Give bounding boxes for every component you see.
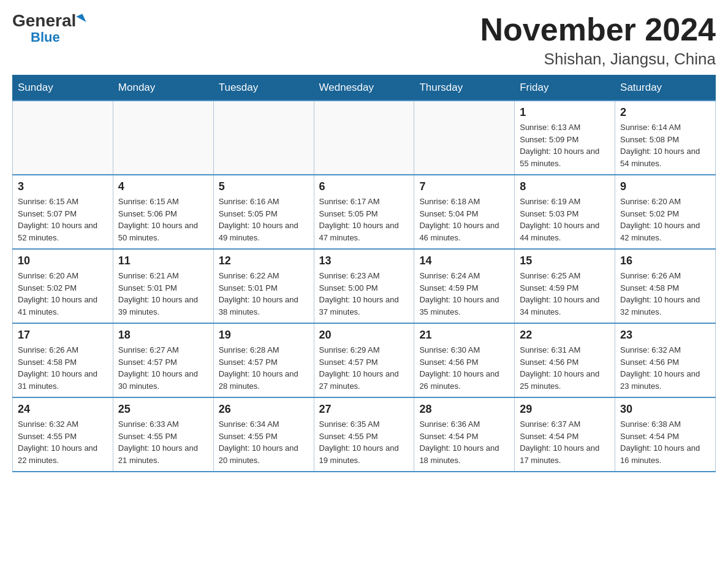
calendar-cell xyxy=(213,101,314,175)
weekday-header-saturday: Saturday xyxy=(615,75,716,101)
calendar-cell: 18Sunrise: 6:27 AMSunset: 4:57 PMDayligh… xyxy=(113,323,213,397)
calendar-week-row: 3Sunrise: 6:15 AMSunset: 5:07 PMDaylight… xyxy=(13,175,716,249)
day-info: Sunrise: 6:16 AMSunset: 5:05 PMDaylight:… xyxy=(219,196,309,243)
day-number: 3 xyxy=(18,180,108,193)
logo-blue-text: Blue xyxy=(31,29,60,45)
calendar-cell: 23Sunrise: 6:32 AMSunset: 4:56 PMDayligh… xyxy=(615,323,716,397)
day-info: Sunrise: 6:25 AMSunset: 4:59 PMDaylight:… xyxy=(520,270,610,318)
calendar-header-row: SundayMondayTuesdayWednesdayThursdayFrid… xyxy=(13,75,716,101)
day-info: Sunrise: 6:32 AMSunset: 4:55 PMDaylight:… xyxy=(18,418,108,466)
day-number: 30 xyxy=(620,403,710,416)
day-number: 25 xyxy=(118,403,208,416)
day-number: 28 xyxy=(419,403,509,416)
calendar-cell: 30Sunrise: 6:38 AMSunset: 4:54 PMDayligh… xyxy=(615,397,716,472)
day-info: Sunrise: 6:33 AMSunset: 4:55 PMDaylight:… xyxy=(118,418,208,466)
day-info: Sunrise: 6:14 AMSunset: 5:08 PMDaylight:… xyxy=(620,121,710,169)
day-info: Sunrise: 6:26 AMSunset: 4:58 PMDaylight:… xyxy=(18,344,108,392)
day-number: 27 xyxy=(319,403,409,416)
day-number: 8 xyxy=(520,180,610,193)
page-header: General Blue November 2024 Shishan, Jian… xyxy=(12,12,716,69)
day-number: 29 xyxy=(520,403,610,416)
day-info: Sunrise: 6:32 AMSunset: 4:56 PMDaylight:… xyxy=(620,344,710,392)
calendar-cell: 22Sunrise: 6:31 AMSunset: 4:56 PMDayligh… xyxy=(515,323,615,397)
location-title: Shishan, Jiangsu, China xyxy=(480,50,716,69)
day-number: 26 xyxy=(219,403,309,416)
day-info: Sunrise: 6:19 AMSunset: 5:03 PMDaylight:… xyxy=(520,196,610,243)
calendar-cell: 14Sunrise: 6:24 AMSunset: 4:59 PMDayligh… xyxy=(414,249,515,323)
weekday-header-tuesday: Tuesday xyxy=(213,75,314,101)
calendar-cell: 20Sunrise: 6:29 AMSunset: 4:57 PMDayligh… xyxy=(314,323,414,397)
calendar-cell: 2Sunrise: 6:14 AMSunset: 5:08 PMDaylight… xyxy=(615,101,716,175)
calendar-cell: 13Sunrise: 6:23 AMSunset: 5:00 PMDayligh… xyxy=(314,249,414,323)
calendar-cell: 15Sunrise: 6:25 AMSunset: 4:59 PMDayligh… xyxy=(515,249,615,323)
day-number: 5 xyxy=(219,180,309,193)
calendar-cell: 7Sunrise: 6:18 AMSunset: 5:04 PMDaylight… xyxy=(414,175,515,249)
day-number: 12 xyxy=(219,255,309,267)
calendar-cell: 27Sunrise: 6:35 AMSunset: 4:55 PMDayligh… xyxy=(314,397,414,472)
day-number: 20 xyxy=(319,329,409,342)
day-number: 2 xyxy=(620,106,710,119)
weekday-header-wednesday: Wednesday xyxy=(314,75,414,101)
calendar-cell xyxy=(414,101,515,175)
day-number: 24 xyxy=(18,403,108,416)
day-number: 19 xyxy=(219,329,309,342)
calendar-cell: 6Sunrise: 6:17 AMSunset: 5:05 PMDaylight… xyxy=(314,175,414,249)
calendar-cell: 11Sunrise: 6:21 AMSunset: 5:01 PMDayligh… xyxy=(113,249,213,323)
calendar-cell: 16Sunrise: 6:26 AMSunset: 4:58 PMDayligh… xyxy=(615,249,716,323)
day-info: Sunrise: 6:17 AMSunset: 5:05 PMDaylight:… xyxy=(319,196,409,243)
calendar-cell: 5Sunrise: 6:16 AMSunset: 5:05 PMDaylight… xyxy=(213,175,314,249)
weekday-header-friday: Friday xyxy=(515,75,615,101)
day-info: Sunrise: 6:27 AMSunset: 4:57 PMDaylight:… xyxy=(118,344,208,392)
calendar-cell: 3Sunrise: 6:15 AMSunset: 5:07 PMDaylight… xyxy=(13,175,113,249)
calendar-cell xyxy=(113,101,213,175)
weekday-header-sunday: Sunday xyxy=(13,75,113,101)
calendar-cell xyxy=(13,101,113,175)
logo-triangle-icon xyxy=(77,13,86,25)
calendar-cell: 28Sunrise: 6:36 AMSunset: 4:54 PMDayligh… xyxy=(414,397,515,472)
calendar-week-row: 1Sunrise: 6:13 AMSunset: 5:09 PMDaylight… xyxy=(13,101,716,175)
day-info: Sunrise: 6:29 AMSunset: 4:57 PMDaylight:… xyxy=(319,344,409,392)
day-number: 22 xyxy=(520,329,610,342)
day-info: Sunrise: 6:36 AMSunset: 4:54 PMDaylight:… xyxy=(419,418,509,466)
calendar-cell: 19Sunrise: 6:28 AMSunset: 4:57 PMDayligh… xyxy=(213,323,314,397)
day-number: 23 xyxy=(620,329,710,342)
calendar-cell: 12Sunrise: 6:22 AMSunset: 5:01 PMDayligh… xyxy=(213,249,314,323)
day-number: 18 xyxy=(118,329,208,342)
day-info: Sunrise: 6:35 AMSunset: 4:55 PMDaylight:… xyxy=(319,418,409,466)
calendar-cell: 24Sunrise: 6:32 AMSunset: 4:55 PMDayligh… xyxy=(13,397,113,472)
calendar-cell: 21Sunrise: 6:30 AMSunset: 4:56 PMDayligh… xyxy=(414,323,515,397)
day-info: Sunrise: 6:38 AMSunset: 4:54 PMDaylight:… xyxy=(620,418,710,466)
logo: General Blue xyxy=(12,12,85,45)
day-info: Sunrise: 6:22 AMSunset: 5:01 PMDaylight:… xyxy=(219,270,309,318)
calendar-cell: 4Sunrise: 6:15 AMSunset: 5:06 PMDaylight… xyxy=(113,175,213,249)
calendar-week-row: 10Sunrise: 6:20 AMSunset: 5:02 PMDayligh… xyxy=(13,249,716,323)
calendar-cell: 25Sunrise: 6:33 AMSunset: 4:55 PMDayligh… xyxy=(113,397,213,472)
day-info: Sunrise: 6:21 AMSunset: 5:01 PMDaylight:… xyxy=(118,270,208,318)
day-info: Sunrise: 6:15 AMSunset: 5:06 PMDaylight:… xyxy=(118,196,208,243)
day-number: 15 xyxy=(520,255,610,267)
month-title: November 2024 xyxy=(480,12,716,47)
calendar-cell: 1Sunrise: 6:13 AMSunset: 5:09 PMDaylight… xyxy=(515,101,615,175)
day-number: 17 xyxy=(18,329,108,342)
day-info: Sunrise: 6:26 AMSunset: 4:58 PMDaylight:… xyxy=(620,270,710,318)
title-section: November 2024 Shishan, Jiangsu, China xyxy=(480,12,716,69)
day-number: 1 xyxy=(520,106,610,119)
day-number: 6 xyxy=(319,180,409,193)
day-number: 4 xyxy=(118,180,208,193)
logo-general-text: General xyxy=(12,12,76,29)
day-info: Sunrise: 6:20 AMSunset: 5:02 PMDaylight:… xyxy=(18,270,108,318)
day-info: Sunrise: 6:28 AMSunset: 4:57 PMDaylight:… xyxy=(219,344,309,392)
day-info: Sunrise: 6:24 AMSunset: 4:59 PMDaylight:… xyxy=(419,270,509,318)
calendar-cell xyxy=(314,101,414,175)
day-number: 11 xyxy=(118,255,208,267)
calendar-week-row: 17Sunrise: 6:26 AMSunset: 4:58 PMDayligh… xyxy=(13,323,716,397)
calendar-cell: 26Sunrise: 6:34 AMSunset: 4:55 PMDayligh… xyxy=(213,397,314,472)
day-number: 13 xyxy=(319,255,409,267)
calendar-cell: 10Sunrise: 6:20 AMSunset: 5:02 PMDayligh… xyxy=(13,249,113,323)
day-info: Sunrise: 6:23 AMSunset: 5:00 PMDaylight:… xyxy=(319,270,409,318)
day-number: 16 xyxy=(620,255,710,267)
calendar-cell: 29Sunrise: 6:37 AMSunset: 4:54 PMDayligh… xyxy=(515,397,615,472)
weekday-header-monday: Monday xyxy=(113,75,213,101)
calendar-cell: 9Sunrise: 6:20 AMSunset: 5:02 PMDaylight… xyxy=(615,175,716,249)
day-info: Sunrise: 6:31 AMSunset: 4:56 PMDaylight:… xyxy=(520,344,610,392)
